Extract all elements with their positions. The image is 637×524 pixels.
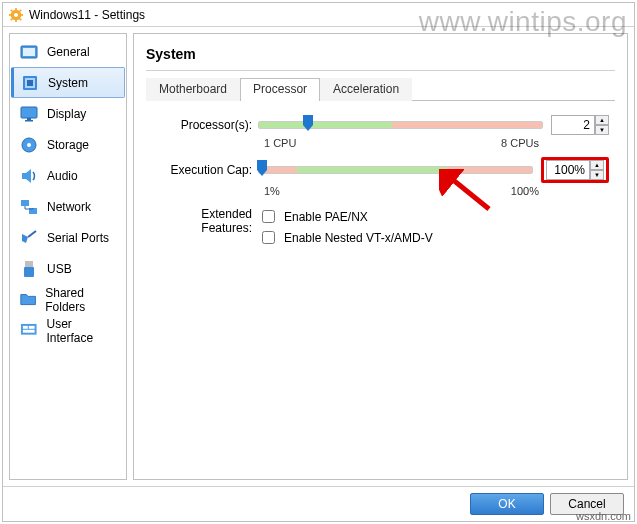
svg-point-1 <box>14 12 18 16</box>
svg-rect-20 <box>21 200 29 206</box>
sidebar-item-storage[interactable]: Storage <box>10 129 126 160</box>
system-icon <box>20 73 40 93</box>
spin-up-button[interactable]: ▲ <box>595 115 609 125</box>
enable-nested-vt-label: Enable Nested VT-x/AMD-V <box>284 231 433 245</box>
execution-cap-input[interactable] <box>546 160 590 180</box>
svg-rect-25 <box>23 325 28 328</box>
spin-up-button[interactable]: ▲ <box>590 160 604 170</box>
extended-features-row: Extended Features: Enable PAE/NX Enable … <box>152 205 609 249</box>
sidebar-item-label: Serial Ports <box>47 231 109 245</box>
dialog-footer: OK Cancel <box>3 486 634 521</box>
sidebar-item-usb[interactable]: USB <box>10 253 126 284</box>
sidebar-item-display[interactable]: Display <box>10 98 126 129</box>
svg-line-8 <box>20 9 22 11</box>
ok-button[interactable]: OK <box>470 493 544 515</box>
svg-rect-23 <box>24 267 34 277</box>
scale-max: 100% <box>511 185 539 197</box>
sidebar-item-label: Audio <box>47 169 78 183</box>
window-title: Windows11 - Settings <box>29 8 145 22</box>
source-watermark: wsxdn.com <box>576 510 631 522</box>
sidebar-item-label: Storage <box>47 138 89 152</box>
settings-window: Windows11 - Settings General System Disp… <box>2 2 635 522</box>
processors-scale: 1 CPU 8 CPUs <box>264 137 539 149</box>
audio-icon <box>19 166 39 186</box>
processors-spinner: ▲ ▼ <box>551 115 609 135</box>
slider-thumb-icon[interactable] <box>255 160 269 178</box>
svg-rect-24 <box>21 323 37 334</box>
svg-rect-22 <box>25 261 33 267</box>
execution-cap-row: Execution Cap: <box>152 157 609 183</box>
general-icon <box>19 42 39 62</box>
tab-acceleration[interactable]: Acceleration <box>320 78 412 101</box>
processors-slider[interactable] <box>258 115 543 135</box>
svg-rect-17 <box>25 120 33 122</box>
svg-line-6 <box>11 9 13 11</box>
display-icon <box>19 104 39 124</box>
ui-icon <box>19 321 39 341</box>
sidebar-item-label: User Interface <box>47 317 121 345</box>
tabs: Motherboard Processor Acceleration <box>146 77 615 101</box>
scale-min: 1 CPU <box>264 137 296 149</box>
tab-processor[interactable]: Processor <box>240 78 320 101</box>
sidebar-item-user-interface[interactable]: User Interface <box>10 315 126 346</box>
sidebar-item-label: Shared Folders <box>45 286 120 314</box>
svg-point-19 <box>27 143 31 147</box>
svg-rect-11 <box>23 48 35 56</box>
tab-motherboard[interactable]: Motherboard <box>146 78 240 101</box>
svg-line-7 <box>20 18 22 20</box>
scale-min: 1% <box>264 185 280 197</box>
svg-rect-16 <box>27 118 31 120</box>
titlebar: Windows11 - Settings <box>3 3 634 27</box>
serial-port-icon <box>19 228 39 248</box>
divider <box>146 70 615 71</box>
storage-icon <box>19 135 39 155</box>
tab-content: Processor(s): ▲ <box>146 101 615 249</box>
sidebar-item-label: Display <box>47 107 86 121</box>
enable-nested-vt-checkbox[interactable] <box>262 231 275 244</box>
svg-rect-14 <box>27 80 33 86</box>
main-panel: System Motherboard Processor Acceleratio… <box>133 33 628 480</box>
svg-rect-26 <box>29 325 35 328</box>
gear-icon <box>9 8 23 22</box>
sidebar-item-label: System <box>48 76 88 90</box>
slider-thumb-icon[interactable] <box>301 115 315 133</box>
execution-cap-slider[interactable] <box>258 160 533 180</box>
processors-input[interactable] <box>551 115 595 135</box>
spin-down-button[interactable]: ▼ <box>595 125 609 135</box>
spin-down-button[interactable]: ▼ <box>590 170 604 180</box>
sidebar-item-shared-folders[interactable]: Shared Folders <box>10 284 126 315</box>
execution-cap-label: Execution Cap: <box>152 163 258 177</box>
svg-line-9 <box>11 18 13 20</box>
sidebar-item-network[interactable]: Network <box>10 191 126 222</box>
sidebar-item-general[interactable]: General <box>10 36 126 67</box>
sidebar-item-label: USB <box>47 262 72 276</box>
sidebar-item-label: Network <box>47 200 91 214</box>
extended-features-label: Extended Features: <box>152 205 258 235</box>
sidebar: General System Display Storage Audio Net… <box>9 33 127 480</box>
enable-pae-nx-checkbox[interactable] <box>262 210 275 223</box>
sidebar-item-system[interactable]: System <box>11 67 125 98</box>
page-title: System <box>146 46 615 62</box>
svg-rect-15 <box>21 107 37 118</box>
execution-cap-scale: 1% 100% <box>264 185 539 197</box>
execution-cap-spinner: ▲ ▼ <box>541 157 609 183</box>
sidebar-item-label: General <box>47 45 90 59</box>
enable-pae-nx-label: Enable PAE/NX <box>284 210 368 224</box>
folder-icon <box>19 290 37 310</box>
scale-max: 8 CPUs <box>501 137 539 149</box>
network-icon <box>19 197 39 217</box>
sidebar-item-audio[interactable]: Audio <box>10 160 126 191</box>
svg-rect-27 <box>23 329 35 332</box>
sidebar-item-serial-ports[interactable]: Serial Ports <box>10 222 126 253</box>
usb-icon <box>19 259 39 279</box>
processors-row: Processor(s): ▲ <box>152 115 609 135</box>
processors-label: Processor(s): <box>152 118 258 132</box>
